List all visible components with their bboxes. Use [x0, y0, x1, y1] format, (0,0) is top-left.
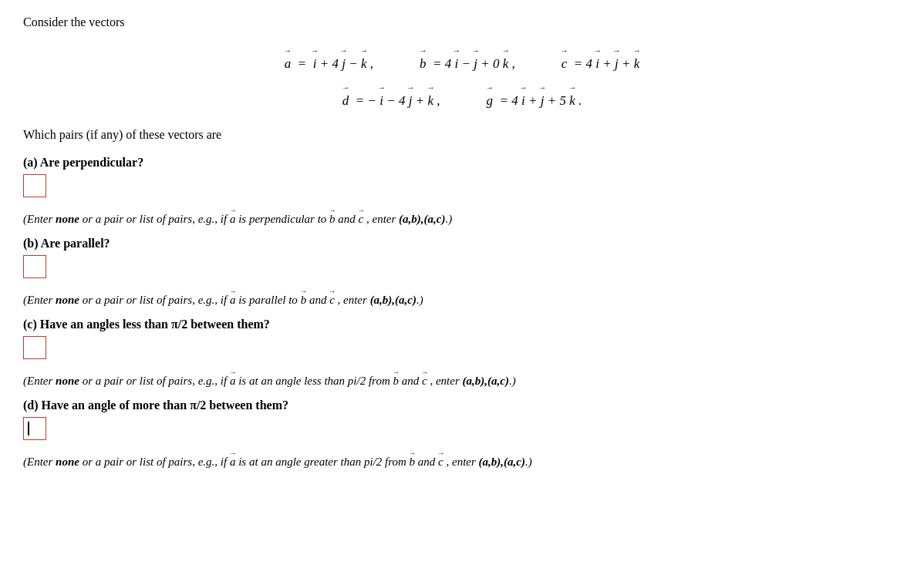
- hint-c: (Enter none or a pair or list of pairs, …: [23, 368, 901, 388]
- question-b-label: (b) Are parallel?: [23, 237, 901, 251]
- text-cursor: [28, 422, 29, 435]
- question-d-section: (d) Have an angle of more than π/2 betwe…: [23, 398, 901, 469]
- answer-d-container: [23, 417, 901, 445]
- question-d-part: (d): [23, 398, 39, 412]
- vector-g-eq: → g = 4 → i + → j + 5 → k .: [486, 80, 582, 114]
- vector-d-eq: → d = − → i − 4 → j + → k ,: [342, 80, 440, 114]
- vector-b-eq: → b = 4 → i − → j + 0 → k ,: [420, 43, 515, 77]
- question-b-part: (b): [23, 237, 39, 250]
- question-b-section: (b) Are parallel? (Enter none or a pair …: [23, 237, 901, 307]
- vector-c-eq: → c = 4 → i + → j + → k: [561, 43, 640, 77]
- hint-d: (Enter none or a pair or list of pairs, …: [23, 449, 901, 469]
- answer-c-container: [23, 336, 901, 364]
- question-a-part: (a): [23, 156, 38, 169]
- vector-a-eq: → a = → i + 4 → j − → k ,: [285, 43, 373, 77]
- question-a-section: (a) Are perpendicular? (Enter none or a …: [23, 156, 901, 226]
- question-c-section: (c) Have an angles less than π/2 between…: [23, 318, 901, 388]
- equations-row-2: → d = − → i − 4 → j + → k ,: [23, 80, 901, 114]
- answer-b-container: [23, 255, 901, 283]
- equations-block: → a = → i + 4 → j − → k ,: [23, 43, 901, 114]
- equations-row-1: → a = → i + 4 → j − → k ,: [23, 43, 901, 77]
- question-d-label: (d) Have an angle of more than π/2 betwe…: [23, 398, 901, 412]
- answer-b-input[interactable]: [23, 255, 46, 278]
- answer-c-input[interactable]: [23, 336, 46, 359]
- answer-a-input[interactable]: [23, 174, 46, 197]
- hint-b: (Enter none or a pair or list of pairs, …: [23, 288, 901, 307]
- answer-d-input[interactable]: [23, 417, 46, 440]
- which-pairs-text: Which pairs (if any) of these vectors ar…: [23, 128, 901, 142]
- hint-a: (Enter none or a pair or list of pairs, …: [23, 207, 901, 226]
- answer-a-container: [23, 174, 901, 202]
- question-a-label: (a) Are perpendicular?: [23, 156, 901, 170]
- intro-text: Consider the vectors: [23, 15, 901, 29]
- question-c-label: (c) Have an angles less than π/2 between…: [23, 318, 901, 331]
- question-c-part: (c): [23, 318, 37, 331]
